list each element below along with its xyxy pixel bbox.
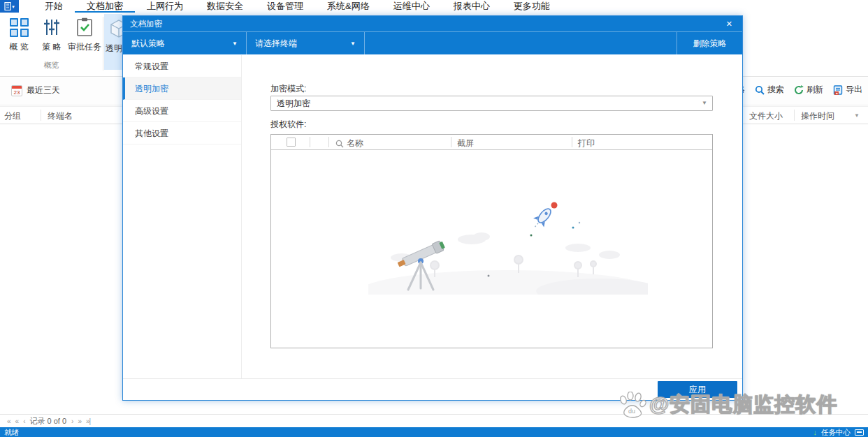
ribbon-button-label: 透明加密 [106, 43, 122, 54]
terminal-dropdown[interactable]: 请选择终端 ▼ [247, 32, 365, 54]
chevron-down-icon: ▼ [702, 96, 707, 110]
tab-system-network[interactable]: 系统&网络 [315, 0, 382, 13]
column-divider [451, 137, 451, 147]
menubar: ▾ 开始 文档加密 上网行为 数据安全 设备管理 系统&网络 运维中心 报表中心… [0, 0, 868, 13]
sliders-icon [43, 18, 61, 36]
app-menu-button[interactable]: ▾ [0, 0, 19, 13]
select-all-checkbox[interactable] [287, 138, 296, 147]
refresh-action-button[interactable]: 刷新 [794, 84, 823, 96]
ribbon-group-label: 概览 [0, 60, 103, 71]
export-action-button[interactable]: 导出 [833, 84, 862, 96]
column-label: 截屏 [457, 138, 474, 149]
authorized-software-label: 授权软件: [270, 119, 306, 131]
next-group-button[interactable]: » [78, 417, 81, 425]
terminal-dropdown-value: 请选择终端 [255, 38, 297, 50]
last-page-button[interactable]: »| [86, 417, 90, 425]
next-page-button[interactable]: › [71, 417, 73, 425]
ribbon-button-label: 概 览 [3, 41, 35, 53]
column-header-group[interactable]: 分组 [4, 110, 21, 122]
column-label: 名称 [347, 138, 363, 149]
dialog-toolbar: 默认策略 ▼ 请选择终端 ▼ 删除策略 [123, 31, 742, 54]
software-table-header: 名称 截屏 打印 [271, 135, 712, 150]
column-header-screenshot[interactable]: 截屏 [457, 138, 474, 149]
column-divider [794, 110, 795, 121]
overview-grid-icon [10, 18, 29, 37]
calendar-icon: 23 [11, 85, 22, 96]
cube-icon [107, 17, 122, 38]
column-divider [310, 137, 310, 147]
dialog-title-bar: 文档加密 ✕ [123, 16, 742, 31]
first-page-button[interactable]: « [7, 417, 10, 425]
column-divider [41, 110, 41, 121]
column-header-name[interactable]: 名称 [335, 138, 363, 149]
ribbon-button-label: 策 略 [36, 41, 67, 53]
apply-button[interactable]: 应用 [658, 381, 737, 398]
tab-report-center[interactable]: 报表中心 [442, 0, 502, 13]
date-filter-label: 最近三天 [27, 84, 60, 96]
chevron-down-icon: ▾ [12, 4, 15, 9]
download-arrow-icon: ↓ [813, 427, 818, 437]
column-chooser-caret-icon[interactable]: ▼ [854, 112, 860, 119]
tab-device-management[interactable]: 设备管理 [255, 0, 315, 13]
record-count-label: 记录 0 of 0 [29, 416, 66, 427]
export-file-icon [833, 85, 843, 95]
dialog-footer: 应用 [123, 378, 742, 400]
document-menu-icon [4, 2, 11, 10]
empty-state-illustration [368, 193, 648, 295]
column-header-operation-time[interactable]: 操作时间 [801, 110, 834, 122]
column-divider [328, 137, 329, 147]
sidebar-item-other-settings[interactable]: 其他设置 [123, 122, 241, 145]
policy-dropdown[interactable]: 默认策略 ▼ [123, 32, 247, 54]
prev-page-button[interactable]: ‹ [23, 417, 24, 425]
software-table-body-empty [271, 150, 712, 348]
dialog-sidebar: 常规设置 透明加密 高级设置 其他设置 [123, 55, 242, 378]
task-center-button[interactable]: 任务中心 [821, 427, 851, 437]
authorized-software-table: 名称 截屏 打印 [270, 134, 713, 348]
encryption-mode-value: 透明加密 [277, 98, 310, 108]
search-icon [335, 140, 344, 148]
prev-group-button[interactable]: « [15, 417, 19, 425]
column-header-terminal-name[interactable]: 终端名 [48, 110, 73, 122]
column-divider [572, 137, 572, 147]
chevron-down-icon: ▼ [232, 40, 238, 47]
sidebar-item-transparent-encryption[interactable]: 透明加密 [123, 77, 241, 100]
action-label: 导出 [846, 84, 862, 96]
ribbon-policy-button[interactable]: 策 略 [36, 15, 67, 59]
encryption-mode-label: 加密模式: [270, 83, 306, 95]
document-encryption-dialog: 文档加密 ✕ 默认策略 ▼ 请选择终端 ▼ 删除策略 常规设置 透明加密 高级设… [122, 15, 743, 401]
tab-document-encryption[interactable]: 文档加密 [75, 0, 135, 13]
tab-data-security[interactable]: 数据安全 [195, 0, 255, 13]
monitor-icon[interactable] [855, 429, 864, 436]
tab-ops-center[interactable]: 运维中心 [382, 0, 442, 13]
sidebar-item-advanced-settings[interactable]: 高级设置 [123, 100, 241, 122]
sidebar-item-general-settings[interactable]: 常规设置 [123, 55, 241, 77]
refresh-icon [794, 85, 804, 95]
pagination-bar: « « ‹ 记录 0 of 0 › » »| [0, 414, 868, 427]
tab-more-features[interactable]: 更多功能 [502, 0, 562, 13]
tab-start[interactable]: 开始 [33, 0, 75, 13]
ribbon-group-separator [103, 17, 103, 71]
encryption-mode-select[interactable]: 透明加密 ▼ [270, 96, 713, 111]
menu-tabs: 开始 文档加密 上网行为 数据安全 设备管理 系统&网络 运维中心 报表中心 更… [33, 0, 562, 13]
date-filter-recent-three-days[interactable]: 23 最近三天 [11, 84, 60, 96]
column-label: 打印 [578, 138, 595, 149]
dialog-title: 文档加密 [130, 19, 162, 29]
search-icon [755, 85, 765, 95]
tab-internet-behavior[interactable]: 上网行为 [135, 0, 195, 13]
chevron-down-icon: ▼ [350, 40, 356, 47]
ribbon-approval-tasks-button[interactable]: 审批任务 [67, 15, 102, 59]
ribbon-transparent-encryption-button[interactable]: 透明加密 [104, 14, 122, 70]
close-icon[interactable]: ✕ [723, 20, 735, 29]
delete-policy-button[interactable]: 删除策略 [677, 32, 742, 54]
status-bar: 就绪 ↓ 任务中心 [0, 427, 868, 437]
ribbon-button-label: 审批任务 [67, 41, 102, 53]
action-label: 刷新 [806, 84, 823, 96]
policy-dropdown-value: 默认策略 [131, 38, 165, 50]
clipboard-check-icon [76, 17, 93, 37]
search-action-button[interactable]: 搜索 [755, 84, 784, 96]
column-header-print[interactable]: 打印 [578, 138, 595, 149]
status-ready-label: 就绪 [4, 427, 19, 437]
ribbon-overview-button[interactable]: 概 览 [3, 15, 35, 59]
action-label: 搜索 [767, 84, 784, 96]
column-header-file-size[interactable]: 文件大小 [749, 110, 783, 122]
